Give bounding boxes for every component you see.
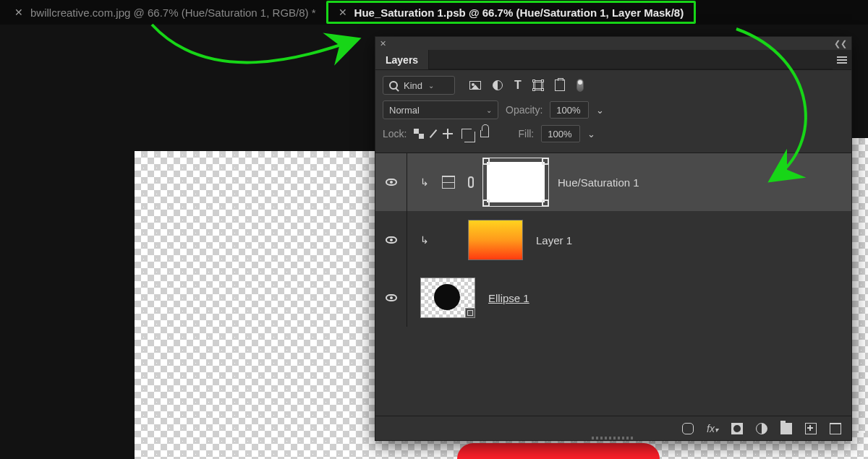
search-icon <box>389 81 398 90</box>
visibility-toggle[interactable] <box>375 269 407 327</box>
shape-badge-icon <box>465 308 475 318</box>
clipping-indicator-icon: ↳ <box>420 176 429 188</box>
filter-type-icons: T <box>469 79 584 92</box>
close-icon[interactable]: ✕ <box>339 7 347 17</box>
fill-label: Fill: <box>518 128 534 140</box>
filter-kind-value: Kind <box>404 80 422 91</box>
lock-artboard-icon[interactable] <box>461 129 472 139</box>
eye-icon <box>386 179 397 186</box>
fx-icon[interactable]: fx▾ <box>707 423 718 434</box>
visibility-toggle[interactable] <box>375 211 407 269</box>
tab-layers[interactable]: Layers <box>375 50 429 69</box>
layers-panel: ✕ ❮❮ Layers Kind ⌄ T <box>375 36 852 441</box>
lock-label: Lock: <box>383 128 407 140</box>
layer-row[interactable]: Ellipse 1 <box>375 269 851 327</box>
menu-icon <box>837 56 847 64</box>
link-mask-icon[interactable] <box>468 176 474 188</box>
document-tab-inactive[interactable]: ✕ bwillcreative.com.jpg @ 66.7% (Hue/Sat… <box>4 0 326 25</box>
smartobject-filter-icon[interactable] <box>555 80 565 91</box>
opacity-label: Opacity: <box>506 104 542 116</box>
layer-row[interactable]: ↳ Layer 1 <box>375 211 851 269</box>
document-tab-active[interactable]: ✕ Hue_Saturation 1.psb @ 66.7% (Hue/Satu… <box>326 1 697 24</box>
add-mask-icon[interactable] <box>731 423 743 434</box>
eye-icon <box>386 294 397 301</box>
type-filter-icon[interactable]: T <box>514 79 522 92</box>
canvas-artwork <box>457 443 660 459</box>
chevron-down-icon[interactable]: ⌄ <box>596 105 604 116</box>
layer-list: ↳ Hue/Saturation 1 ↳ Layer 1 <box>375 153 851 416</box>
layer-mask-thumbnail[interactable] <box>487 162 545 202</box>
visibility-toggle[interactable] <box>375 153 407 211</box>
adjustment-filter-icon[interactable] <box>493 80 503 90</box>
layer-thumbnail[interactable] <box>420 278 475 318</box>
fill-value: 100% <box>548 129 571 140</box>
close-icon[interactable]: ✕ <box>380 39 386 48</box>
lock-icons <box>414 129 489 139</box>
panel-header[interactable]: ✕ ❮❮ <box>375 37 851 50</box>
filter-kind-dropdown[interactable]: Kind ⌄ <box>383 76 455 95</box>
close-icon[interactable]: ✕ <box>14 7 23 17</box>
tab-label: bwillcreative.com.jpg @ 66.7% (Hue/Satur… <box>30 7 316 19</box>
lock-all-icon[interactable] <box>480 130 489 137</box>
chevron-down-icon: ⌄ <box>428 82 434 90</box>
layer-options: Kind ⌄ T Normal ⌄ Opacity: 100% ⌄ <box>375 70 851 153</box>
layer-name[interactable]: Layer 1 <box>536 234 572 246</box>
lock-pixels-icon[interactable] <box>430 129 438 138</box>
mask-selection-frame <box>482 158 549 207</box>
layer-thumbnail[interactable] <box>468 220 523 260</box>
chevron-down-icon: ⌄ <box>486 106 492 114</box>
lock-position-icon[interactable] <box>443 129 453 139</box>
delete-layer-icon[interactable] <box>830 423 841 434</box>
fill-input[interactable]: 100% <box>541 125 580 142</box>
panel-resize-grip[interactable] <box>592 437 635 439</box>
opacity-input[interactable]: 100% <box>550 101 589 119</box>
layer-name[interactable]: Ellipse 1 <box>488 292 529 304</box>
panel-tabs: Layers <box>375 50 851 70</box>
link-layers-icon[interactable] <box>682 423 694 434</box>
clipping-indicator-icon: ↳ <box>420 234 429 246</box>
canvas-transparency-strip <box>852 138 868 433</box>
tab-label: Hue_Saturation 1.psb @ 66.7% (Hue/Satura… <box>354 7 684 19</box>
blend-mode-value: Normal <box>389 105 420 116</box>
panel-menu-button[interactable] <box>833 50 851 69</box>
new-adjustment-icon[interactable] <box>756 423 767 434</box>
collapse-icon[interactable]: ❮❮ <box>834 39 847 48</box>
shape-filter-icon[interactable] <box>533 80 543 90</box>
filter-toggle[interactable] <box>576 79 584 92</box>
lock-transparency-icon[interactable] <box>414 129 424 139</box>
new-layer-icon[interactable] <box>805 423 817 434</box>
opacity-value: 100% <box>556 105 580 116</box>
layer-name[interactable]: Hue/Saturation 1 <box>558 176 639 189</box>
new-group-icon[interactable] <box>780 423 792 434</box>
eye-icon <box>386 236 397 244</box>
adjustment-thumb-icon[interactable] <box>442 176 455 189</box>
pixel-filter-icon[interactable] <box>469 81 481 90</box>
tab-label: Layers <box>386 54 418 66</box>
layer-row[interactable]: ↳ Hue/Saturation 1 <box>375 153 851 211</box>
chevron-down-icon[interactable]: ⌄ <box>587 129 595 140</box>
blend-mode-dropdown[interactable]: Normal ⌄ <box>383 100 498 119</box>
document-tab-bar: ✕ bwillcreative.com.jpg @ 66.7% (Hue/Sat… <box>0 0 868 25</box>
panel-tab-spacer <box>429 50 833 69</box>
